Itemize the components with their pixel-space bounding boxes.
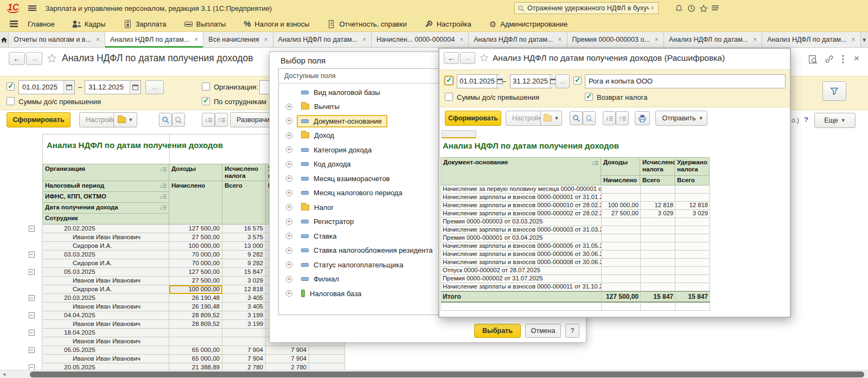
column-header[interactable]: Организация↓ [42, 164, 169, 181]
row-label-cell[interactable]: 20.03.2025 [42, 294, 169, 303]
calculated-cell[interactable]: 3 199 [222, 311, 266, 320]
calculated-cell[interactable] [641, 267, 675, 275]
menu-item-Администрирование[interactable]: ⚙Администрирование [489, 20, 567, 28]
expand-plus-icon[interactable]: + [286, 132, 292, 139]
drilldown-variants-button[interactable]: ▼ [540, 111, 562, 126]
expand-plus-icon[interactable]: + [286, 118, 292, 124]
document-cell[interactable]: Начисление зарплаты и взносов 0000-00000… [441, 226, 602, 234]
drilldown-find-next-button[interactable] [583, 111, 596, 125]
tree-gutter-cell[interactable]: − [0, 294, 42, 303]
organization-checkbox[interactable] [202, 82, 210, 91]
column-header[interactable]: Доходы [169, 164, 222, 181]
row-label-cell[interactable]: Сидоров И.А. [42, 285, 169, 294]
calculated-cell[interactable]: 3 029 [222, 277, 266, 285]
row-label-cell[interactable]: Иванов Иван Иванович [42, 233, 169, 242]
calculated-cell[interactable]: 7 904 [222, 346, 266, 355]
expand-plus-icon[interactable]: + [286, 161, 292, 168]
income-cell[interactable] [602, 283, 641, 291]
income-cell[interactable] [602, 234, 641, 242]
income-cell[interactable]: 27 500,00 [169, 277, 222, 285]
excess-sums-checkbox[interactable] [7, 97, 15, 105]
calculated-cell[interactable]: 3 405 [222, 303, 266, 311]
withheld-cell[interactable] [675, 275, 710, 283]
row-label-cell[interactable]: 04.04.2025 [42, 311, 169, 320]
empty-cell[interactable] [441, 303, 602, 311]
income-cell[interactable] [602, 259, 641, 267]
drilldown-organization-input[interactable]: Рога и копыта ООО [585, 74, 786, 88]
drilldown-expand-levels-button[interactable]: ↑ [616, 111, 629, 125]
income-cell[interactable] [602, 251, 641, 259]
column-header[interactable]: Дата получения дохода↓ [42, 203, 169, 214]
income-cell[interactable] [169, 337, 222, 346]
collapse-group-icon[interactable]: − [29, 252, 35, 258]
expand-plus-icon[interactable]: + [286, 219, 292, 225]
tree-gutter-cell[interactable] [0, 277, 42, 285]
generate-button[interactable]: Сформировать [7, 112, 71, 127]
tree-gutter-cell[interactable]: − [0, 225, 42, 233]
tab-close-icon[interactable]: × [264, 36, 268, 43]
period-variants-button[interactable]: ... [145, 80, 164, 94]
help-button[interactable]: ? [804, 116, 808, 124]
collapse-group-icon[interactable]: − [29, 347, 35, 353]
row-label-cell[interactable]: 03.03.2025 [42, 251, 169, 259]
row-label-cell[interactable]: Иванов Иван Иванович [42, 337, 169, 346]
income-cell[interactable]: 127 500,00 [169, 225, 222, 233]
tab[interactable]: Анализ НДФЛ по датам...× [273, 32, 372, 47]
scroll-left-icon[interactable]: ◄ [2, 371, 7, 377]
income-cell[interactable]: 100 000,00 [169, 242, 222, 251]
tab-close-icon[interactable]: × [655, 36, 659, 43]
income-cell[interactable]: 26 190,48 [169, 294, 222, 303]
calculated-cell[interactable]: 7 904 [222, 355, 266, 363]
drilldown-star-icon[interactable] [480, 53, 489, 64]
scrollbar-thumb[interactable] [30, 371, 864, 377]
tree-gutter-cell[interactable]: − [0, 268, 42, 277]
calculated-cell[interactable]: 3 199 [222, 320, 266, 329]
calculated-cell[interactable]: 3 029 [641, 210, 675, 218]
drilldown-period-checkbox[interactable] [445, 76, 453, 85]
row-label-cell[interactable]: 05.05.2025 [42, 346, 169, 355]
favorite-star-icon[interactable] [47, 53, 57, 65]
tree-gutter-cell[interactable] [0, 285, 42, 294]
menu-item-Налоги и взносы[interactable]: %Налоги и взносы [244, 20, 309, 28]
empty-cell[interactable] [602, 303, 641, 311]
row-label-cell[interactable]: Иванов Иван Иванович [42, 320, 169, 329]
tree-gutter-cell[interactable]: − [0, 251, 42, 259]
calculated-cell[interactable]: 9 282 [222, 251, 266, 259]
document-cell[interactable]: Отпуск 0000-000002 от 28.07.2025 [441, 267, 602, 275]
document-cell[interactable]: Начисление зарплаты и взносов 0000-00000… [441, 259, 602, 267]
column-header[interactable]: Всего [640, 176, 675, 185]
report-variants-button[interactable]: ▼ [113, 112, 137, 127]
column-header[interactable]: Исчислено налога [222, 164, 266, 181]
document-cell[interactable]: Премия 0000-000003 от 03.03.2025 [441, 218, 602, 226]
income-cell[interactable]: 28 809,52 [169, 311, 222, 320]
column-header[interactable]: Начислено [169, 181, 222, 225]
drilldown-date-from-field[interactable]: 01.01.2025 [457, 74, 499, 88]
empty-cell[interactable] [309, 355, 345, 363]
income-cell[interactable]: 70 000,00 [169, 251, 222, 259]
tree-gutter-cell[interactable] [0, 303, 42, 311]
date-from-field[interactable]: 01.01.2025 [18, 80, 75, 94]
income-cell[interactable] [602, 267, 641, 275]
total-label-cell[interactable]: Итого [441, 291, 602, 303]
collapse-group-icon[interactable]: − [29, 295, 35, 301]
row-label-cell[interactable]: Сидоров И.А. [42, 242, 169, 251]
favorites-star-icon[interactable] [699, 4, 708, 13]
service-menu-icon[interactable] [711, 4, 720, 13]
withheld-cell[interactable] [675, 242, 710, 251]
document-cell[interactable]: Премия 0000-000001 от 03.04.2025 [441, 234, 602, 242]
calculated-cell[interactable] [222, 329, 266, 337]
tab-close-icon[interactable]: × [852, 36, 856, 43]
calculated-cell[interactable] [641, 234, 675, 242]
income-cell[interactable]: 100 000,00 [602, 202, 641, 210]
drilldown-organization-checkbox[interactable] [573, 76, 582, 85]
tab[interactable]: Анализ НДФЛ по датам...× [469, 32, 567, 47]
more-actions-dots-icon[interactable] [841, 54, 845, 66]
document-cell[interactable]: Начисление зарплаты и взносов 0000-00001… [441, 283, 602, 291]
calculated-cell[interactable]: 13 000 [222, 242, 266, 251]
period-checkbox[interactable] [7, 82, 15, 91]
income-cell[interactable] [602, 242, 641, 251]
notifications-bell-icon[interactable] [674, 4, 684, 13]
income-cell[interactable]: 65 000,00 [169, 355, 222, 363]
income-cell[interactable]: 27 500,00 [169, 233, 222, 242]
tabs-overflow-icon[interactable]: ▼ [861, 32, 868, 47]
